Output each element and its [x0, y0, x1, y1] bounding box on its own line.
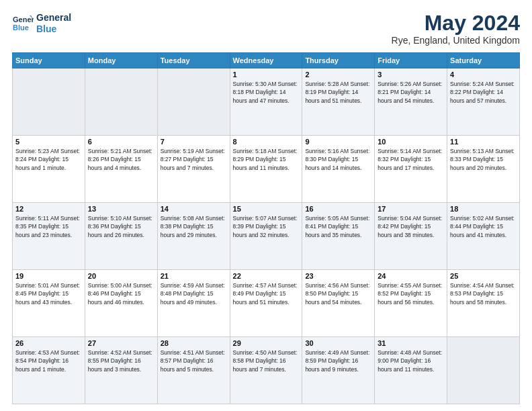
- calendar-week-row: 19Sunrise: 5:01 AM Sunset: 8:45 PM Dayli…: [13, 270, 520, 337]
- day-info: Sunrise: 4:48 AM Sunset: 9:00 PM Dayligh…: [378, 349, 444, 373]
- calendar-table: SundayMondayTuesdayWednesdayThursdayFrid…: [12, 52, 520, 404]
- day-number: 7: [161, 138, 227, 146]
- logo-text: General Blue: [36, 12, 71, 35]
- calendar-day-cell: 27Sunrise: 4:52 AM Sunset: 8:55 PM Dayli…: [85, 337, 157, 404]
- day-info: Sunrise: 5:26 AM Sunset: 8:21 PM Dayligh…: [378, 80, 444, 105]
- day-number: 22: [233, 272, 300, 280]
- day-info: Sunrise: 5:18 AM Sunset: 8:29 PM Dayligh…: [233, 147, 300, 172]
- day-info: Sunrise: 5:14 AM Sunset: 8:32 PM Dayligh…: [378, 147, 444, 172]
- day-info: Sunrise: 5:21 AM Sunset: 8:26 PM Dayligh…: [88, 147, 154, 172]
- day-number: 5: [15, 138, 82, 146]
- day-info: Sunrise: 5:02 AM Sunset: 8:44 PM Dayligh…: [450, 214, 517, 239]
- day-number: 10: [378, 138, 444, 146]
- day-info: Sunrise: 4:51 AM Sunset: 8:57 PM Dayligh…: [161, 349, 227, 373]
- day-number: 9: [305, 138, 371, 146]
- calendar-day-cell: 28Sunrise: 4:51 AM Sunset: 8:57 PM Dayli…: [157, 337, 230, 404]
- calendar-day-cell: 7Sunrise: 5:19 AM Sunset: 8:27 PM Daylig…: [157, 136, 230, 203]
- day-number: 26: [15, 339, 82, 347]
- day-info: Sunrise: 4:49 AM Sunset: 8:59 PM Dayligh…: [305, 349, 371, 373]
- calendar-week-row: 1Sunrise: 5:30 AM Sunset: 8:18 PM Daylig…: [13, 68, 520, 136]
- day-number: 31: [378, 339, 444, 347]
- calendar-day-cell: 1Sunrise: 5:30 AM Sunset: 8:18 PM Daylig…: [230, 68, 302, 136]
- location: Rye, England, United Kingdom: [392, 35, 520, 46]
- calendar-day-cell: 30Sunrise: 4:49 AM Sunset: 8:59 PM Dayli…: [302, 337, 375, 404]
- calendar-day-cell: 17Sunrise: 5:04 AM Sunset: 8:42 PM Dayli…: [375, 203, 447, 270]
- header-right: May 2024 Rye, England, United Kingdom: [392, 12, 520, 46]
- calendar-day-cell: 22Sunrise: 4:57 AM Sunset: 8:49 PM Dayli…: [230, 270, 302, 337]
- day-number: 8: [233, 138, 300, 146]
- calendar-day-cell: [447, 337, 520, 404]
- day-info: Sunrise: 4:50 AM Sunset: 8:58 PM Dayligh…: [233, 349, 300, 373]
- day-number: 15: [233, 205, 300, 213]
- day-number: 17: [378, 205, 444, 213]
- day-info: Sunrise: 5:01 AM Sunset: 8:45 PM Dayligh…: [15, 281, 82, 306]
- calendar-day-cell: 20Sunrise: 5:00 AM Sunset: 8:46 PM Dayli…: [85, 270, 157, 337]
- day-info: Sunrise: 5:24 AM Sunset: 8:22 PM Dayligh…: [450, 80, 517, 105]
- day-info: Sunrise: 5:05 AM Sunset: 8:41 PM Dayligh…: [305, 214, 371, 239]
- calendar-day-cell: 12Sunrise: 5:11 AM Sunset: 8:35 PM Dayli…: [13, 203, 85, 270]
- calendar-day-cell: 16Sunrise: 5:05 AM Sunset: 8:41 PM Dayli…: [302, 203, 375, 270]
- day-number: 3: [378, 71, 444, 79]
- day-info: Sunrise: 4:59 AM Sunset: 8:48 PM Dayligh…: [161, 281, 227, 306]
- day-info: Sunrise: 4:57 AM Sunset: 8:49 PM Dayligh…: [233, 281, 300, 306]
- day-info: Sunrise: 5:00 AM Sunset: 8:46 PM Dayligh…: [88, 281, 154, 306]
- day-info: Sunrise: 5:19 AM Sunset: 8:27 PM Dayligh…: [161, 147, 227, 172]
- day-number: 29: [233, 339, 300, 347]
- day-info: Sunrise: 5:11 AM Sunset: 8:35 PM Dayligh…: [15, 214, 82, 239]
- day-number: 20: [88, 272, 154, 280]
- calendar-day-cell: 10Sunrise: 5:14 AM Sunset: 8:32 PM Dayli…: [375, 136, 447, 203]
- calendar-day-cell: 24Sunrise: 4:55 AM Sunset: 8:52 PM Dayli…: [375, 270, 447, 337]
- svg-text:Blue: Blue: [13, 24, 29, 32]
- month-title: May 2024: [392, 12, 520, 34]
- day-info: Sunrise: 5:13 AM Sunset: 8:33 PM Dayligh…: [450, 147, 517, 172]
- logo: General Blue General Blue: [12, 12, 71, 35]
- day-info: Sunrise: 5:23 AM Sunset: 8:24 PM Dayligh…: [15, 147, 82, 172]
- calendar-day-cell: 29Sunrise: 4:50 AM Sunset: 8:58 PM Dayli…: [230, 337, 302, 404]
- weekday-header: Wednesday: [230, 53, 302, 68]
- day-info: Sunrise: 4:53 AM Sunset: 8:54 PM Dayligh…: [15, 349, 82, 373]
- day-number: 11: [450, 138, 517, 146]
- calendar-day-cell: 18Sunrise: 5:02 AM Sunset: 8:44 PM Dayli…: [447, 203, 520, 270]
- day-info: Sunrise: 5:16 AM Sunset: 8:30 PM Dayligh…: [305, 147, 371, 172]
- day-info: Sunrise: 4:56 AM Sunset: 8:50 PM Dayligh…: [305, 281, 371, 306]
- weekday-header: Monday: [85, 53, 157, 68]
- weekday-header: Thursday: [302, 53, 375, 68]
- day-info: Sunrise: 5:30 AM Sunset: 8:18 PM Dayligh…: [233, 80, 300, 105]
- calendar-day-cell: 31Sunrise: 4:48 AM Sunset: 9:00 PM Dayli…: [375, 337, 447, 404]
- weekday-header: Friday: [375, 53, 447, 68]
- page: General Blue General Blue May 2024 Rye, …: [0, 0, 532, 411]
- day-number: 23: [305, 272, 371, 280]
- day-number: 1: [233, 71, 300, 79]
- calendar-day-cell: 2Sunrise: 5:28 AM Sunset: 8:19 PM Daylig…: [302, 68, 375, 136]
- calendar-day-cell: [13, 68, 85, 136]
- day-info: Sunrise: 5:08 AM Sunset: 8:38 PM Dayligh…: [161, 214, 227, 239]
- day-number: 25: [450, 272, 517, 280]
- day-info: Sunrise: 5:28 AM Sunset: 8:19 PM Dayligh…: [305, 80, 371, 105]
- calendar-header-row: SundayMondayTuesdayWednesdayThursdayFrid…: [13, 53, 520, 68]
- calendar-day-cell: 21Sunrise: 4:59 AM Sunset: 8:48 PM Dayli…: [157, 270, 230, 337]
- day-number: 14: [161, 205, 227, 213]
- day-info: Sunrise: 4:52 AM Sunset: 8:55 PM Dayligh…: [88, 349, 154, 373]
- day-number: 12: [15, 205, 82, 213]
- logo-line1: General: [36, 12, 71, 24]
- day-info: Sunrise: 5:10 AM Sunset: 8:36 PM Dayligh…: [88, 214, 154, 239]
- calendar-day-cell: 8Sunrise: 5:18 AM Sunset: 8:29 PM Daylig…: [230, 136, 302, 203]
- day-info: Sunrise: 5:07 AM Sunset: 8:39 PM Dayligh…: [233, 214, 300, 239]
- calendar-day-cell: 25Sunrise: 4:54 AM Sunset: 8:53 PM Dayli…: [447, 270, 520, 337]
- calendar-day-cell: 6Sunrise: 5:21 AM Sunset: 8:26 PM Daylig…: [85, 136, 157, 203]
- weekday-header: Tuesday: [157, 53, 230, 68]
- day-number: 30: [305, 339, 371, 347]
- day-number: 19: [15, 272, 82, 280]
- calendar-day-cell: [85, 68, 157, 136]
- logo-line2: Blue: [36, 24, 71, 35]
- calendar-day-cell: 23Sunrise: 4:56 AM Sunset: 8:50 PM Dayli…: [302, 270, 375, 337]
- calendar-week-row: 5Sunrise: 5:23 AM Sunset: 8:24 PM Daylig…: [13, 136, 520, 203]
- day-number: 18: [450, 205, 517, 213]
- calendar-day-cell: 19Sunrise: 5:01 AM Sunset: 8:45 PM Dayli…: [13, 270, 85, 337]
- calendar-day-cell: 4Sunrise: 5:24 AM Sunset: 8:22 PM Daylig…: [447, 68, 520, 136]
- day-info: Sunrise: 5:04 AM Sunset: 8:42 PM Dayligh…: [378, 214, 444, 239]
- day-number: 27: [88, 339, 154, 347]
- weekday-header: Sunday: [13, 53, 85, 68]
- svg-text:General: General: [13, 15, 34, 24]
- calendar-week-row: 12Sunrise: 5:11 AM Sunset: 8:35 PM Dayli…: [13, 203, 520, 270]
